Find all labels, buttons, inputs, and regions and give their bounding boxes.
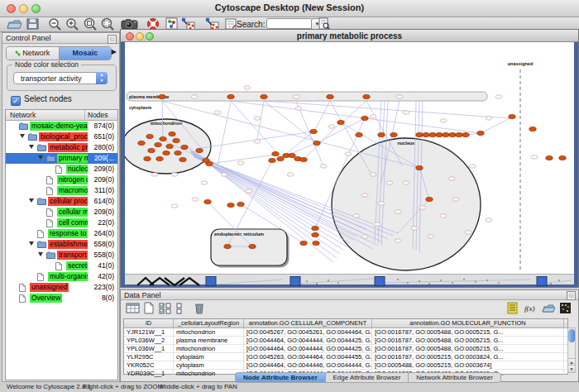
tree-row-label[interactable]: biological_process xyxy=(39,132,88,141)
network-node-colored[interactable] xyxy=(416,165,423,170)
tree-row[interactable]: secretion41(0) xyxy=(6,261,117,271)
network-node-unselected[interactable] xyxy=(254,140,261,143)
network-node-colored[interactable] xyxy=(224,244,231,248)
scroll-down-button[interactable]: ▼ xyxy=(568,365,575,372)
network-node-colored[interactable] xyxy=(356,132,362,136)
network-node-colored[interactable] xyxy=(227,94,234,98)
network-node-unselected[interactable] xyxy=(191,95,198,98)
delete-attribute-icon[interactable] xyxy=(194,302,208,315)
tree-col-nodes[interactable]: Nodes xyxy=(88,111,108,119)
table-cell[interactable]: YLR295C xyxy=(124,353,174,361)
select-attributes-icon[interactable] xyxy=(159,302,174,315)
network-node-unselected[interactable] xyxy=(244,86,251,89)
tab-network[interactable]: Network xyxy=(7,47,60,60)
network-node-colored[interactable] xyxy=(390,132,397,136)
network-node-unselected[interactable] xyxy=(440,214,447,218)
network-node-colored[interactable] xyxy=(155,142,161,146)
network-node-unselected[interactable] xyxy=(386,181,393,184)
col-region[interactable]: _cellularLayoutRegion xyxy=(174,319,244,327)
network-node-colored[interactable] xyxy=(443,132,449,136)
network-node-unselected[interactable] xyxy=(486,218,492,222)
network-node-unselected[interactable] xyxy=(370,173,376,176)
network-node-colored[interactable] xyxy=(312,226,318,230)
tree-expander-icon[interactable] xyxy=(20,134,25,138)
network-node-unselected[interactable] xyxy=(396,95,403,98)
table-cell[interactable]: mitochondrion xyxy=(174,345,244,352)
network-node-colored[interactable] xyxy=(204,199,211,203)
table-cell[interactable]: [GO:0016787, GO:0005488, GO:0005215, G..… xyxy=(372,328,564,336)
table-row[interactable]: YPL036W__2plasma membrane[GO:0044464, GO… xyxy=(124,337,567,345)
network-node-unselected[interactable] xyxy=(403,111,409,114)
tree-row-label[interactable]: metabolic process xyxy=(48,143,88,152)
network-node-colored[interactable] xyxy=(378,132,385,136)
table-row[interactable]: YKR052Ccytoplasm[GO:0044464, GO:0044446,… xyxy=(124,361,567,370)
table-cell[interactable]: cytoplasm xyxy=(174,361,244,369)
tree-row[interactable]: nucleobase-209(0) xyxy=(6,164,117,174)
network-node-unselected[interactable] xyxy=(411,227,418,230)
table-row[interactable]: YPL036W__1mitochondrion[GO:0044464, GO:0… xyxy=(124,345,567,353)
network-node-colored[interactable] xyxy=(203,158,209,162)
tree-row-label[interactable]: establishment of lo xyxy=(48,240,88,249)
table-cell[interactable]: [GO:0044464, GO:0044444, GO:0044425, G..… xyxy=(244,345,372,352)
network-node-unselected[interactable] xyxy=(448,177,455,180)
node-color-dropdown[interactable]: transporter activity ▲▼ xyxy=(13,72,108,84)
network-node-unselected[interactable] xyxy=(353,214,360,218)
network-node-unselected[interactable] xyxy=(486,117,492,120)
network-node-unselected[interactable] xyxy=(287,173,294,176)
table-cell[interactable]: mitochondrion xyxy=(174,370,244,377)
network-node-colored[interactable] xyxy=(327,94,333,98)
network-node-colored[interactable] xyxy=(337,120,344,124)
network-node-colored[interactable] xyxy=(277,156,284,160)
network-node-colored[interactable] xyxy=(249,244,256,248)
network-node-colored[interactable] xyxy=(361,116,368,120)
table-row[interactable]: YLR295Ccytoplasm[GO:0045263, GO:0044464,… xyxy=(124,353,567,361)
network-node-colored[interactable] xyxy=(300,241,307,245)
tree-row-label[interactable]: mosaic-demo-yeast xyxy=(30,122,88,131)
network-node-colored[interactable] xyxy=(159,94,165,98)
network-node-unselected[interactable] xyxy=(293,95,299,98)
network-node-unselected[interactable] xyxy=(328,125,335,128)
tree-row[interactable]: primary metabo209(... xyxy=(6,153,117,164)
network-node-colored[interactable] xyxy=(423,132,429,136)
tree-row-label[interactable]: response to stimulu xyxy=(48,229,88,238)
network-canvas[interactable]: plasma membranecytoplasmmitochondrionnuc… xyxy=(125,42,574,274)
network-node-colored[interactable] xyxy=(181,145,188,149)
network-node-unselected[interactable] xyxy=(465,231,471,234)
network-node-colored[interactable] xyxy=(227,203,234,207)
table-cell[interactable]: [GO:0005488, GO:0005215, GO:0003674] xyxy=(372,361,564,369)
tree-row[interactable]: unassigned223(0) xyxy=(6,282,117,293)
network-node-unselected[interactable] xyxy=(378,202,385,205)
table-cell[interactable]: cytoplasm xyxy=(174,353,244,361)
network-node-colored[interactable] xyxy=(237,202,244,206)
table-cell[interactable]: YKR052C xyxy=(124,361,174,369)
network-node-colored[interactable] xyxy=(436,132,443,136)
network-node-unselected[interactable] xyxy=(171,204,178,208)
tree-row-label[interactable]: cellular metabo xyxy=(57,208,88,217)
table-scrollbar[interactable]: ▲ ▼ xyxy=(567,327,576,373)
network-node-colored[interactable] xyxy=(148,148,155,152)
attribute-list-icon[interactable] xyxy=(506,302,521,315)
network-node-colored[interactable] xyxy=(289,153,295,157)
tree-row-label[interactable]: primary metabo xyxy=(57,154,88,163)
zoom-in-icon[interactable] xyxy=(65,17,81,31)
matrix-view-icon[interactable] xyxy=(559,302,574,315)
tree-row[interactable]: multi-organism pro42(0) xyxy=(6,271,117,282)
tree-row-label[interactable]: cellular process xyxy=(48,197,88,206)
zoom-selected-region-icon[interactable] xyxy=(83,17,99,31)
tree-row[interactable]: metabolic process280(0) xyxy=(6,142,117,153)
table-cell[interactable]: YPL036W__1 xyxy=(124,345,174,352)
network-node-unselected[interactable] xyxy=(254,117,261,120)
col-id[interactable]: ID xyxy=(124,319,174,327)
network-node-colored[interactable] xyxy=(462,132,469,136)
control-panel-float-icon[interactable]: ◱ xyxy=(108,35,117,44)
table-cell[interactable]: YJR121W__1 xyxy=(124,328,174,336)
attribute-table-icon[interactable] xyxy=(126,302,141,315)
network-node-colored[interactable] xyxy=(269,158,275,162)
table-cell[interactable]: YDR039C__1 xyxy=(124,370,174,377)
network-node-colored[interactable] xyxy=(146,134,153,138)
table-cell[interactable]: [GO:0016787, GO:0005215, GO:0003824, G..… xyxy=(372,353,564,361)
select-nodes-checkbox[interactable]: ✓ xyxy=(11,96,21,106)
network-node-colored[interactable] xyxy=(175,151,181,155)
network-node-colored[interactable] xyxy=(138,141,145,145)
network-node-unselected[interactable] xyxy=(221,173,227,176)
